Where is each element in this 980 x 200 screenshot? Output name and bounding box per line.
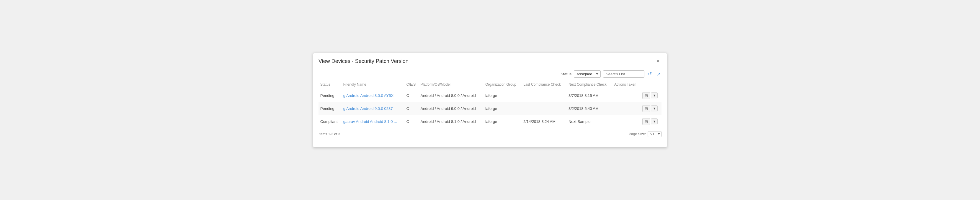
search-input[interactable] (603, 70, 644, 78)
modal-title: View Devices - Security Patch Version (318, 58, 409, 64)
table-row: Pending g Android Android 9.0.0 0237 C A… (318, 102, 662, 115)
window-action-button[interactable]: ⊟ (642, 92, 650, 99)
device-link[interactable]: g Android Android 9.0.0 0237 (343, 106, 393, 111)
cell-ces: C (405, 102, 419, 115)
devices-table: Status Friendly Name C/E/S Platform/OS/M… (318, 80, 662, 128)
cell-actions-taken (612, 115, 641, 128)
col-header-last-compliance: Last Compliance Check (522, 80, 567, 89)
cell-next-compliance: Next Sample (567, 115, 612, 128)
cell-platform: Android / Android 8.1.0 / Android (419, 115, 484, 128)
col-header-status: Status (318, 80, 342, 89)
modal-header: View Devices - Security Patch Version × (313, 53, 667, 68)
cell-next-compliance: 3/7/2018 8:15 AM (567, 89, 612, 102)
toolbar: Status Assigned All Compliant Pending ↺ … (313, 68, 667, 80)
cell-ces: C (405, 115, 419, 128)
cell-platform: Android / Android 8.0.0 / Android (419, 89, 484, 102)
window-action-button[interactable]: ⊟ (642, 118, 650, 125)
cell-last-compliance (522, 102, 567, 115)
refresh-icon: ↺ (648, 72, 652, 77)
status-label: Status (560, 72, 571, 76)
cell-action-buttons: ⊟ ▼ (641, 89, 662, 102)
cell-ces: C (405, 89, 419, 102)
col-header-org-group: Organization Group (484, 80, 522, 89)
table-row: Pending g Android Android 8.0.0 AY5X C A… (318, 89, 662, 102)
device-link[interactable]: gaurav Android Android 8.1.0 ... (343, 119, 397, 124)
cell-last-compliance: 2/14/2018 3:24 AM (522, 115, 567, 128)
cell-actions-taken (612, 102, 641, 115)
cell-action-buttons: ⊟ ▼ (641, 115, 662, 128)
cell-action-buttons: ⊟ ▼ (641, 102, 662, 115)
cell-friendly-name[interactable]: g Android Android 9.0.0 0237 (342, 102, 405, 115)
cell-next-compliance: 3/2/2018 5:40 AM (567, 102, 612, 115)
status-select[interactable]: Assigned All Compliant Pending (574, 70, 601, 78)
page-size-label: Page Size: (629, 132, 646, 136)
col-header-ces: C/E/S (405, 80, 419, 89)
cell-status: Compliant (318, 115, 342, 128)
col-header-actions (641, 80, 662, 89)
cell-org-group: laforge (484, 102, 522, 115)
table-header-row: Status Friendly Name C/E/S Platform/OS/M… (318, 80, 662, 89)
close-button[interactable]: × (654, 57, 662, 65)
col-header-friendly-name: Friendly Name (342, 80, 405, 89)
dropdown-action-button[interactable]: ▼ (651, 118, 658, 124)
export-icon: ↗ (657, 72, 660, 77)
col-header-platform: Platform/OS/Model (419, 80, 484, 89)
items-count: Items 1-3 of 3 (318, 132, 340, 136)
cell-org-group: laforge (484, 89, 522, 102)
col-header-actions-taken: Actions Taken (612, 80, 641, 89)
cell-platform: Android / Android 9.0.0 / Android (419, 102, 484, 115)
window-action-button[interactable]: ⊟ (642, 105, 650, 112)
cell-last-compliance (522, 89, 567, 102)
cell-status: Pending (318, 102, 342, 115)
cell-actions-taken (612, 89, 641, 102)
table-row: Compliant gaurav Android Android 8.1.0 .… (318, 115, 662, 128)
refresh-button[interactable]: ↺ (647, 70, 653, 77)
footer: Items 1-3 of 3 Page Size: 25 50 100 200 (313, 128, 667, 140)
page-size-container: Page Size: 25 50 100 200 (629, 131, 662, 137)
dropdown-action-button[interactable]: ▼ (651, 106, 658, 111)
device-link[interactable]: g Android Android 8.0.0 AY5X (343, 93, 393, 98)
page-size-select[interactable]: 25 50 100 200 (648, 131, 662, 137)
table-container: Status Friendly Name C/E/S Platform/OS/M… (313, 80, 667, 128)
modal-container: View Devices - Security Patch Version × … (313, 53, 667, 147)
cell-status: Pending (318, 89, 342, 102)
cell-friendly-name[interactable]: gaurav Android Android 8.1.0 ... (342, 115, 405, 128)
dropdown-action-button[interactable]: ▼ (651, 93, 658, 98)
cell-friendly-name[interactable]: g Android Android 8.0.0 AY5X (342, 89, 405, 102)
cell-org-group: laforge (484, 115, 522, 128)
col-header-next-compliance: Next Compliance Check (567, 80, 612, 89)
export-button[interactable]: ↗ (655, 70, 662, 77)
